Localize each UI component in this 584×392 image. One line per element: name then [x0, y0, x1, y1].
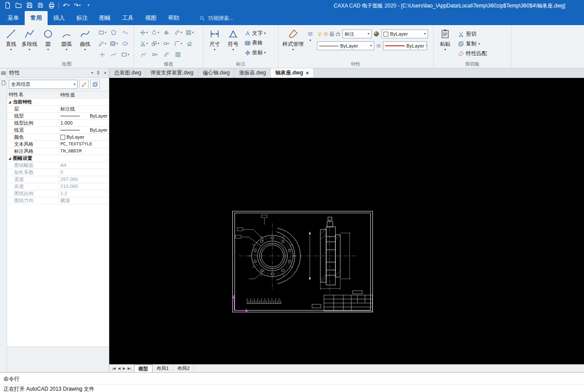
lineweight-select[interactable]: ByLayer ▾	[383, 41, 427, 50]
tool-wavyline[interactable]	[119, 27, 131, 38]
drawing-canvas[interactable]	[109, 78, 584, 364]
tool-move[interactable]: ▾	[138, 27, 149, 38]
tool-symbol[interactable]: 符号 ▾	[224, 26, 242, 52]
save-button[interactable]	[25, 1, 34, 10]
tool-explode[interactable]	[172, 49, 184, 60]
menu-tab-sheet[interactable]: 图幅	[93, 11, 116, 25]
menu-tab-main[interactable]: 菜单	[2, 11, 25, 25]
side-tab-properties-icon[interactable]	[1, 70, 6, 76]
layout-nav-prev-button[interactable]: ◀	[117, 366, 121, 370]
prop-row-lineweight[interactable]: 线宽 ByLayer	[7, 127, 109, 134]
undo-button[interactable]: ↶▾	[61, 1, 71, 10]
tool-stretch[interactable]	[161, 38, 172, 49]
doc-tab-exciter[interactable]: 激振器.dwg	[234, 68, 271, 78]
layout-tab-model[interactable]: 模型	[134, 365, 153, 372]
doc-tab-spring-support[interactable]: 弹簧支撑装置.dwg	[146, 68, 198, 78]
menu-tab-insert[interactable]: 插入	[48, 11, 71, 25]
scope-select[interactable]: 全局信息 ▾	[9, 80, 78, 89]
layout-nav-first-button[interactable]: |◀	[112, 366, 116, 370]
stretch-icon	[164, 41, 170, 47]
section-current-properties[interactable]: ◢ 当前特性	[7, 99, 109, 106]
menu-tab-annotate[interactable]: 标注	[71, 11, 93, 25]
style-manager-button[interactable]: 样式管理 ▾	[280, 26, 306, 52]
tool-line[interactable]: 直线 ▾	[2, 26, 20, 52]
tool-polygon[interactable]	[108, 27, 119, 38]
doc-tab-eccentric-shaft[interactable]: 偏心轴.dwg	[198, 68, 234, 78]
panel-menu-button[interactable]: ▾	[91, 71, 93, 75]
layer-on-bulb-icon[interactable]	[317, 31, 322, 37]
style-list-button[interactable]: ▾	[307, 26, 313, 42]
prop-row-color[interactable]: 颜色 ByLayer	[7, 134, 109, 141]
pin-icon[interactable]	[96, 70, 101, 76]
prop-row-linetype-scale[interactable]: 线型比例 1.000	[7, 120, 109, 127]
tool-text[interactable]: 文字▾	[245, 30, 266, 37]
tool-formula-curve[interactable]	[108, 49, 119, 60]
layer-freeze-sun-icon[interactable]	[323, 31, 328, 37]
prop-row-text-style[interactable]: 文本风格 PC_TEXTSTYLE	[7, 141, 109, 148]
tool-erase[interactable]	[184, 38, 195, 49]
tool-hatch[interactable]: ▾	[108, 38, 119, 49]
menu-tab-tools[interactable]: 工具	[116, 11, 139, 25]
tool-scale[interactable]: ▾	[149, 38, 161, 49]
menu-tab-view[interactable]: 视图	[139, 11, 162, 25]
function-search[interactable]: 功能搜索...	[199, 15, 234, 22]
tool-arc[interactable]: 圆弧 ▾	[57, 26, 76, 52]
close-tab-icon[interactable]: ×	[306, 70, 309, 76]
layout-tab-layout2[interactable]: 布局2	[173, 365, 194, 372]
layout-nav-next-button[interactable]: ▶	[122, 366, 126, 370]
tool-fillet[interactable]: ▾	[172, 38, 184, 49]
tool-ellipse[interactable]	[119, 38, 131, 49]
window-title: CAXA CAD 电子图板 2020 - [C:\Users\liao_\App…	[334, 2, 565, 10]
open-button[interactable]	[14, 1, 23, 10]
tool-point[interactable]	[97, 49, 108, 60]
panel-close-button[interactable]: ×	[104, 70, 107, 76]
tool-mirror[interactable]	[161, 27, 172, 38]
redo-button[interactable]: ↷▾	[72, 1, 82, 10]
tool-curve[interactable]: 曲线 ▾	[76, 26, 94, 52]
color-select[interactable]: ByLayer ▾	[381, 30, 428, 38]
tool-trim[interactable]: ▾	[138, 38, 149, 49]
tool-break[interactable]	[138, 49, 149, 60]
wave-icon	[122, 30, 128, 36]
prop-row-layer[interactable]: 层 标注线	[7, 106, 109, 113]
customize-toolbar-button[interactable]: ▾	[83, 1, 93, 10]
menu-tab-help[interactable]: 帮助	[162, 11, 185, 25]
edit-attributes-button[interactable]	[79, 80, 89, 89]
tool-extend[interactable]	[149, 49, 161, 60]
tool-coordinate[interactable]: 坐标▾	[245, 49, 266, 56]
tool-array[interactable]: ▾	[184, 27, 195, 38]
layer-select[interactable]: 标注 ▾	[342, 30, 372, 38]
paste-button[interactable]: 粘贴 ▾	[435, 26, 455, 52]
polyline-icon	[24, 29, 35, 39]
command-line-panel[interactable]: 命令行	[0, 372, 584, 384]
doc-tab-bearing-seat[interactable]: 轴承座.dwg×	[271, 68, 313, 78]
save-all-button[interactable]	[36, 1, 45, 10]
layout-tab-layout1[interactable]: 布局1	[153, 365, 173, 372]
tool-join[interactable]	[161, 49, 172, 60]
section-sheet-settings[interactable]: ◢ 图幅设置	[7, 155, 109, 162]
layout-nav-last-button[interactable]: ▶|	[127, 366, 132, 370]
tool-polyline[interactable]: 多段线 ▾	[20, 26, 39, 52]
tool-dimension[interactable]: 尺寸 ▾	[205, 26, 224, 52]
menu-tab-common[interactable]: 常用	[25, 11, 48, 25]
pick-properties-button[interactable]	[90, 80, 100, 89]
layer-plot-printer-icon[interactable]	[329, 31, 335, 37]
linetype-select[interactable]: ByLayer ▾	[317, 41, 374, 50]
tool-offset[interactable]: ▾	[172, 27, 184, 38]
side-tab-library-icon[interactable]	[1, 80, 6, 85]
tool-fill[interactable]: ▾	[119, 49, 131, 60]
tool-table[interactable]: 表格	[245, 39, 266, 47]
print-button[interactable]	[47, 1, 56, 10]
copy-button[interactable]: 复制▾	[458, 40, 487, 48]
tool-circle[interactable]: 圆 ▾	[39, 26, 57, 52]
prop-row-linetype[interactable]: 线型 ByLayer	[7, 113, 109, 120]
doc-tab-assembly[interactable]: 总装图.dwg	[110, 68, 146, 78]
match-properties-button[interactable]: 特性匹配	[458, 50, 487, 57]
new-button[interactable]	[3, 1, 12, 10]
tool-rectangle[interactable]: ▾	[97, 27, 108, 38]
cut-button[interactable]: 剪切	[458, 30, 487, 38]
tool-rotate[interactable]: ▾	[149, 27, 161, 38]
prop-row-dim-style[interactable]: 标注风格 TH_GBDIM	[7, 148, 109, 155]
tool-sketch[interactable]: ▾	[97, 38, 108, 49]
layer-lock-icon[interactable]	[335, 31, 341, 37]
